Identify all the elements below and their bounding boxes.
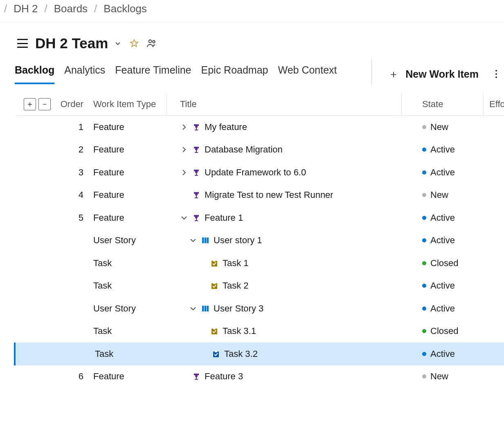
cell-title[interactable]: Task 3.2 — [224, 349, 258, 359]
cell-title[interactable]: Task 1 — [223, 258, 249, 269]
breadcrumb-sep: / — [44, 2, 47, 15]
table-row[interactable]: 2FeatureDatabase MigrationActive — [16, 139, 504, 161]
state-dot-icon — [422, 125, 426, 129]
svg-rect-12 — [196, 196, 197, 197]
breadcrumb-boards[interactable]: Boards — [54, 2, 88, 15]
table-row[interactable]: TaskTask 3.1Closed — [16, 320, 504, 343]
svg-rect-29 — [215, 351, 217, 352]
breadcrumb-backlogs[interactable]: Backlogs — [104, 2, 147, 15]
cell-state: Closed — [430, 258, 458, 269]
svg-rect-22 — [213, 282, 216, 284]
col-header-effort[interactable]: Effort — [484, 99, 504, 110]
people-icon[interactable] — [146, 39, 157, 48]
cell-state: New — [430, 122, 448, 132]
state-dot-icon — [422, 352, 426, 356]
col-header-order[interactable]: Order — [56, 99, 93, 110]
team-picker-chevron-icon[interactable] — [114, 39, 122, 47]
cell-state: Active — [430, 235, 455, 246]
plus-icon: ＋ — [388, 67, 399, 81]
chevron-right-icon[interactable] — [180, 146, 188, 154]
cell-state: New — [430, 371, 448, 382]
table-row[interactable]: 6FeatureFeature 3New — [16, 365, 504, 388]
cell-type: Feature — [93, 139, 167, 161]
cell-state: Active — [430, 167, 455, 178]
svg-rect-13 — [195, 197, 198, 198]
table-row[interactable]: TaskTask 2Active — [16, 275, 504, 298]
svg-point-1 — [149, 40, 152, 43]
state-dot-icon — [422, 148, 426, 152]
table-row[interactable]: User StoryUser story 1Active — [16, 229, 504, 252]
table-row[interactable]: 5FeatureFeature 1Active — [16, 206, 504, 229]
cell-type: Feature — [93, 365, 167, 388]
menu-icon[interactable] — [17, 39, 28, 48]
page-title: DH 2 Team — [35, 35, 108, 52]
cell-title[interactable]: User Story 3 — [214, 303, 263, 314]
cell-title[interactable]: Database Migration — [205, 144, 283, 155]
chevron-right-icon[interactable] — [180, 123, 188, 131]
breadcrumb-project[interactable]: DH 2 — [14, 2, 38, 15]
state-dot-icon — [422, 170, 426, 175]
tab-feature-timeline[interactable]: Feature Timeline — [115, 64, 191, 84]
cell-order: 1 — [56, 122, 93, 132]
table-row[interactable]: 1FeatureMy featureNew — [16, 116, 504, 139]
state-dot-icon — [422, 374, 426, 379]
cell-state: Active — [430, 349, 455, 359]
expand-all-button[interactable]: ＋ — [24, 98, 36, 110]
user-story-icon — [201, 305, 209, 313]
cell-type: Task — [93, 320, 167, 343]
feature-icon — [192, 372, 200, 381]
tab-web-context[interactable]: Web Context — [278, 64, 337, 84]
tab-epic-roadmap[interactable]: Epic Roadmap — [201, 64, 268, 84]
chevron-down-icon[interactable] — [189, 305, 197, 313]
tab-analytics[interactable]: Analytics — [64, 64, 105, 84]
cell-title[interactable]: Migrate Test to new Test Runner — [205, 190, 333, 200]
chevron-down-icon[interactable] — [189, 236, 197, 244]
cell-state: Active — [430, 213, 455, 223]
svg-rect-25 — [207, 306, 209, 311]
state-dot-icon — [422, 238, 426, 242]
tab-backlog[interactable]: Backlog — [15, 64, 54, 84]
cell-order: 4 — [56, 190, 93, 200]
feature-icon — [192, 191, 200, 199]
cell-title[interactable]: Update Framework to 6.0 — [205, 167, 306, 178]
chevron-right-icon[interactable] — [180, 168, 188, 177]
svg-rect-24 — [205, 306, 207, 311]
more-options-icon[interactable] — [495, 69, 497, 78]
svg-rect-15 — [195, 220, 198, 221]
cell-type: Task — [93, 252, 167, 275]
user-story-icon — [201, 236, 209, 244]
table-row[interactable]: 3FeatureUpdate Framework to 6.0Active — [16, 161, 504, 184]
cell-title[interactable]: Task 2 — [223, 280, 249, 291]
breadcrumb-sep: / — [94, 2, 97, 15]
cell-title[interactable]: Feature 3 — [205, 371, 243, 382]
table-row[interactable]: User StoryUser Story 3Active — [16, 297, 504, 320]
svg-rect-20 — [213, 260, 216, 262]
chevron-down-icon[interactable] — [180, 214, 188, 222]
svg-rect-30 — [196, 377, 197, 379]
state-dot-icon — [422, 193, 426, 197]
col-header-type[interactable]: Work Item Type — [93, 93, 167, 115]
cell-state: Active — [430, 303, 455, 314]
cell-title[interactable]: My feature — [205, 122, 247, 132]
cell-state: Active — [430, 280, 455, 291]
new-work-item-label: New Work Item — [405, 68, 479, 80]
cell-title[interactable]: User story 1 — [214, 235, 262, 246]
new-work-item-button[interactable]: ＋ New Work Item — [388, 67, 485, 81]
task-icon — [210, 327, 218, 335]
table-row[interactable]: TaskTask 3.2Active — [14, 343, 504, 365]
svg-rect-28 — [213, 352, 219, 357]
favorite-star-icon[interactable] — [129, 38, 139, 48]
col-header-title[interactable]: Title — [167, 93, 402, 115]
feature-icon — [192, 214, 200, 222]
col-header-state[interactable]: State — [402, 93, 484, 115]
cell-title[interactable]: Feature 1 — [205, 213, 243, 223]
svg-rect-21 — [212, 283, 217, 289]
cell-title[interactable]: Task 3.1 — [223, 326, 256, 336]
svg-rect-18 — [207, 237, 209, 243]
svg-rect-7 — [195, 130, 198, 130]
task-icon — [210, 282, 218, 290]
cell-type: Feature — [93, 116, 167, 139]
table-row[interactable]: TaskTask 1Closed — [16, 252, 504, 275]
collapse-all-button[interactable]: － — [38, 98, 51, 110]
table-row[interactable]: 4FeatureMigrate Test to new Test RunnerN… — [16, 184, 504, 207]
